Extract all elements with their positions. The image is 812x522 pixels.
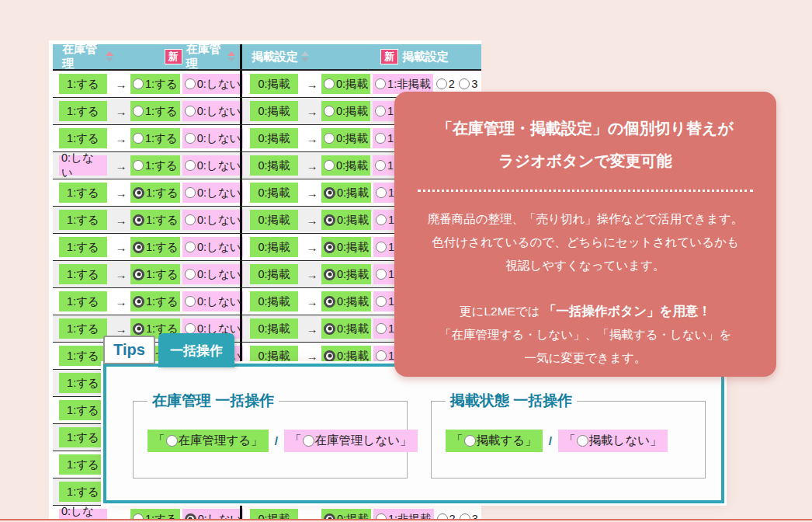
stock-current-value: 1:する <box>59 400 107 420</box>
radio-icon <box>324 350 335 362</box>
radio-icon <box>376 269 387 280</box>
publish-current-value: 0:掲載 <box>250 101 298 121</box>
radio-icon <box>324 513 335 520</box>
arrow-icon: → <box>112 322 130 336</box>
radio-stock-off[interactable]: 0:しない <box>182 101 243 121</box>
radio-stock-on[interactable]: 1:する <box>130 291 180 311</box>
radio-publish-3[interactable]: 3 <box>459 509 479 519</box>
bulk-stock-off-button[interactable]: 「 在庫管理しない 」 <box>284 430 418 452</box>
radio-icon <box>303 435 314 447</box>
radio-publish-on[interactable]: 0:掲載 <box>321 264 371 284</box>
bulk-publish-off-button[interactable]: 「 掲載しない 」 <box>558 430 668 452</box>
arrow-icon: → <box>303 186 321 200</box>
radio-icon <box>185 160 196 171</box>
radio-stock-off[interactable]: 0:しない <box>182 210 243 230</box>
radio-publish-on[interactable]: 0:掲載 <box>321 101 370 121</box>
radio-stock-on[interactable]: 1:する <box>130 155 180 176</box>
bulk-publish-on-button[interactable]: 「 掲載する 」 <box>446 430 543 452</box>
radio-stock-off[interactable]: 0:しない <box>182 509 243 519</box>
stock-current-value: 1:する <box>59 183 107 203</box>
radio-icon <box>133 242 144 253</box>
radio-publish-on[interactable]: 0:掲載 <box>321 128 370 148</box>
stock-cell-group: 0:しない→1:する0:しない <box>53 152 240 179</box>
radio-stock-on[interactable]: 1:する <box>130 210 180 230</box>
radio-icon <box>133 78 144 89</box>
arrow-icon: → <box>303 268 321 281</box>
radio-publish-on[interactable]: 0:掲載 <box>321 291 371 311</box>
radio-publish-on[interactable]: 0:掲載 <box>321 155 370 176</box>
stock-current-value: 1:する <box>59 291 107 311</box>
publish-bulk-fieldset: 掲載状態 一括操作 「 掲載する 」 / 「 掲載しない 」 <box>431 401 706 478</box>
radio-stock-off[interactable]: 0:しない <box>182 264 243 284</box>
radio-icon <box>133 323 144 335</box>
radio-icon <box>324 269 335 280</box>
radio-stock-off[interactable]: 0:しない <box>182 183 243 203</box>
radio-stock-off[interactable]: 0:しない <box>182 155 243 176</box>
radio-stock-on[interactable]: 1:する <box>130 509 180 519</box>
arrow-icon: → <box>303 132 321 145</box>
callout-title: 「在庫管理・掲載設定」の個別切り替えが ラジオボタンで変更可能 <box>394 112 776 177</box>
radio-publish-on[interactable]: 0:掲載 <box>321 210 371 230</box>
arrow-icon: → <box>112 186 130 200</box>
radio-icon <box>324 78 335 89</box>
radio-publish-on[interactable]: 0:掲載 <box>321 318 371 339</box>
radio-icon <box>185 296 196 307</box>
radio-stock-off[interactable]: 0:しない <box>182 74 243 94</box>
radio-icon <box>436 78 447 89</box>
header-publish-group: 掲載設定 新 掲載設定 <box>240 44 481 69</box>
divider-line <box>0 519 812 520</box>
radio-icon <box>324 242 335 253</box>
publish-current-value: 0:掲載 <box>250 509 298 519</box>
radio-stock-on[interactable]: 1:する <box>130 183 180 203</box>
radio-stock-off[interactable]: 0:しない <box>182 128 243 148</box>
sort-icon[interactable] <box>106 51 113 62</box>
stock-cell-group: 1:する→1:する0:しない <box>53 261 240 287</box>
tab-bulk-operations[interactable]: 一括操作 <box>158 333 234 367</box>
radio-icon <box>324 106 335 117</box>
bulk-stock-on-button[interactable]: 「 在庫管理する 」 <box>147 430 269 452</box>
radio-stock-on[interactable]: 1:する <box>130 74 180 94</box>
radio-icon <box>324 323 335 335</box>
radio-publish-on[interactable]: 0:掲載 <box>321 237 371 257</box>
stock-cell-group: 1:する→1:する0:しない <box>53 179 240 206</box>
tab-bulk-label: 一括操作 <box>170 342 223 360</box>
radio-stock-on[interactable]: 1:する <box>130 237 180 257</box>
radio-icon <box>324 160 335 171</box>
radio-icon <box>185 214 196 225</box>
column-header-publish-new: 掲載設定 <box>402 50 449 64</box>
sort-icon[interactable] <box>227 51 235 62</box>
radio-stock-on[interactable]: 1:する <box>130 264 180 284</box>
radio-stock-on[interactable]: 1:する <box>130 128 180 148</box>
radio-icon <box>376 187 387 198</box>
radio-publish-on[interactable]: 0:掲載 <box>321 183 371 203</box>
radio-icon <box>375 78 386 89</box>
publish-current-value: 0:掲載 <box>250 264 298 284</box>
stock-current-value: 1:する <box>59 373 107 393</box>
radio-publish-on[interactable]: 0:掲載 <box>321 74 370 94</box>
radio-icon <box>133 269 144 280</box>
radio-icon <box>375 133 386 144</box>
publish-cell-group: 0:掲載→0:掲載1:非掲載23 <box>240 506 481 519</box>
radio-stock-off[interactable]: 0:しない <box>182 237 243 257</box>
stock-current-value: 1:する <box>59 454 107 475</box>
publish-current-value: 0:掲載 <box>250 155 298 176</box>
radio-publish-off[interactable]: 1:非掲載 <box>373 509 434 519</box>
radio-icon <box>185 106 196 117</box>
radio-publish-on[interactable]: 0:掲載 <box>321 509 371 519</box>
arrow-icon: → <box>303 513 321 520</box>
arrow-icon: → <box>303 350 321 363</box>
stock-cell-group: 1:する→1:する0:しない <box>53 207 240 233</box>
arrow-icon: → <box>303 159 321 172</box>
publish-current-value: 0:掲載 <box>250 128 298 148</box>
radio-icon <box>133 513 144 519</box>
sort-icon[interactable] <box>301 51 309 62</box>
stock-bulk-legend: 在庫管理 一括操作 <box>147 391 279 411</box>
radio-stock-on[interactable]: 1:する <box>130 101 180 121</box>
radio-stock-off[interactable]: 0:しない <box>182 291 243 311</box>
stock-current-value: 1:する <box>59 128 107 148</box>
radio-publish-2[interactable]: 2 <box>436 509 456 519</box>
stock-cell-group: 1:する→1:する0:しない <box>53 234 240 260</box>
tab-tips[interactable]: Tips <box>103 336 155 364</box>
stock-cell-group: 1:する→1:する0:しない <box>53 71 240 97</box>
publish-current-value: 0:掲載 <box>250 318 298 339</box>
